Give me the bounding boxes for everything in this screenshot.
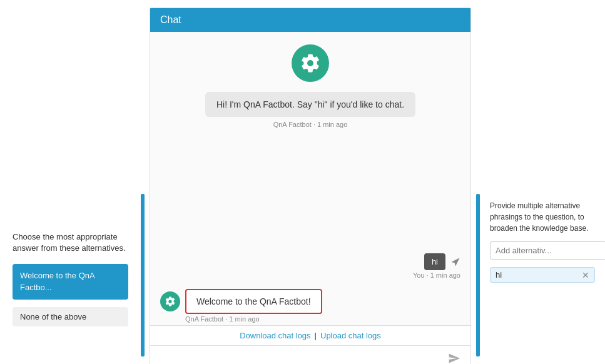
outer-wrapper: Choose the most appropriate answer from … [0,0,605,364]
gear-icon [300,53,321,74]
bot-avatar [292,44,329,82]
alt-tag-text: hi [496,270,577,280]
download-chat-logs-link[interactable]: Download chat logs [240,331,310,340]
alt-tag: hi ✕ [490,267,595,283]
welcome-button[interactable]: Welcome to the QnA Factbo... [13,264,128,299]
bot-response-bubble-wrapper: Welcome to the QnA Factbot! [160,289,322,314]
chat-footer-links: Download chat logs | Upload chat logs [150,325,470,345]
upload-chat-logs-link[interactable]: Upload chat logs [320,331,381,340]
chat-input-row [150,345,470,364]
user-message-row: hi You · 1 min ago [160,253,460,279]
bot-response-row: Welcome to the QnA Factbot! QnA Factbot … [160,289,460,323]
chat-body: Hi! I'm QnA Factbot. Say "hi" if you'd l… [150,32,470,325]
send-icon [448,352,460,364]
greeting-timestamp: QnA Factbot · 1 min ago [273,121,348,128]
none-of-above-button[interactable]: None of the above [13,307,128,326]
alt-input-row: + [490,241,595,260]
right-panel: Provide multiple alternative phrasings t… [480,188,605,295]
greeting-bubble: Hi! I'm QnA Factbot. Say "hi" if you'd l… [205,92,415,117]
chat-panel: Chat Hi! I'm QnA Factbot. Say "hi" if yo… [150,8,471,364]
left-divider [141,194,145,356]
alt-input[interactable] [490,241,605,260]
user-bubble-wrapper: hi [424,253,460,270]
bot-response-timestamp: QnA Factbot · 1 min ago [185,315,260,323]
chat-input[interactable] [158,351,440,365]
left-panel: Choose the most appropriate answer from … [0,213,141,339]
chat-header: Chat [150,8,470,32]
bot-small-avatar [160,291,180,311]
send-button[interactable] [445,350,463,364]
svg-point-0 [308,61,313,66]
user-send-icon [450,257,460,267]
bot-response-bubble: Welcome to the QnA Factbot! [185,289,322,314]
right-panel-description: Provide multiple alternative phrasings t… [490,200,595,234]
separator: | [315,331,317,340]
user-message-bubble: hi [424,253,445,270]
left-panel-label: Choose the most appropriate answer from … [13,231,128,254]
bot-gear-icon [165,296,176,307]
alt-tag-close-button[interactable]: ✕ [582,271,589,280]
user-timestamp: You · 1 min ago [413,271,460,279]
chat-title: Chat [160,14,181,25]
